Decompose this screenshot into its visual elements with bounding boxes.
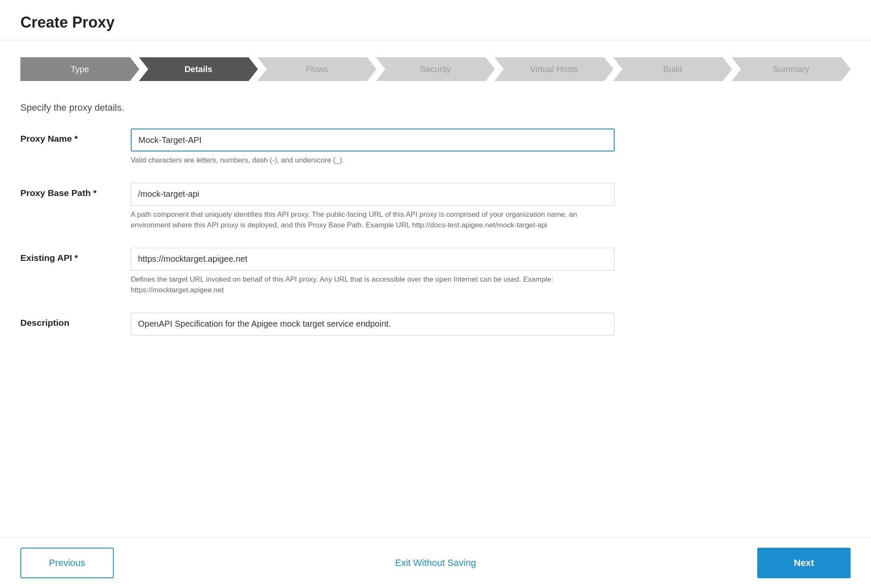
proxy-name-hint: Valid characters are letters, numbers, d… [131,155,615,166]
step-details[interactable]: Details [139,57,258,81]
proxy-base-path-label: Proxy Base Path * [20,188,97,198]
next-button[interactable]: Next [757,548,851,578]
stepper: Type Details Flows Security Virtual Host… [20,57,851,81]
description-label: Description [20,318,70,328]
page-title: Create Proxy [20,14,851,31]
proxy-name-label-col: Proxy Name * [20,129,131,144]
page-header: Create Proxy [0,0,871,40]
proxy-name-input[interactable] [131,129,615,151]
proxy-base-path-label-col: Proxy Base Path * [20,183,131,198]
existing-api-hint: Defines the target URL invoked on behalf… [131,274,615,296]
description-label-col: Description [20,313,131,328]
step-flows[interactable]: Flows [258,57,376,81]
step-build-label: Build [663,64,682,74]
section-description: Specify the proxy details. [20,102,851,113]
step-flows-label: Flows [306,64,328,74]
stepper-container: Type Details Flows Security Virtual Host… [0,40,871,94]
step-build[interactable]: Build [613,57,732,81]
footer: Previous Exit Without Saving Next [0,537,871,588]
step-security-label: Security [420,64,451,74]
previous-button[interactable]: Previous [20,548,114,578]
description-field-col [131,313,615,336]
step-type[interactable]: Type [20,57,139,81]
proxy-name-label: Proxy Name * [20,134,78,143]
description-row: Description [20,313,615,336]
step-virtual-hosts[interactable]: Virtual Hosts [495,57,613,81]
proxy-base-path-input[interactable] [131,183,615,206]
form-container: Proxy Name * Valid characters are letter… [20,129,615,336]
description-input[interactable] [131,313,615,336]
page-wrapper: Create Proxy Type Details Flows Security… [0,0,871,588]
step-type-label: Type [70,64,89,74]
proxy-base-path-field-col: A path component that uniquely identifie… [131,183,615,231]
existing-api-field-col: Defines the target URL invoked on behalf… [131,248,615,296]
existing-api-row: Existing API * Defines the target URL in… [20,248,615,296]
proxy-base-path-hint: A path component that uniquely identifie… [131,209,615,231]
step-virtual-hosts-label: Virtual Hosts [530,64,578,74]
step-summary-label: Summary [773,64,809,74]
proxy-name-row: Proxy Name * Valid characters are letter… [20,129,615,166]
existing-api-label-col: Existing API * [20,248,131,263]
main-content: Specify the proxy details. Proxy Name * … [0,94,871,537]
proxy-base-path-row: Proxy Base Path * A path component that … [20,183,615,231]
step-details-label: Details [185,64,213,74]
step-security[interactable]: Security [376,57,495,81]
proxy-name-field-col: Valid characters are letters, numbers, d… [131,129,615,166]
existing-api-input[interactable] [131,248,615,271]
step-summary[interactable]: Summary [732,57,851,81]
exit-button[interactable]: Exit Without Saving [395,557,476,568]
existing-api-label: Existing API * [20,253,78,263]
